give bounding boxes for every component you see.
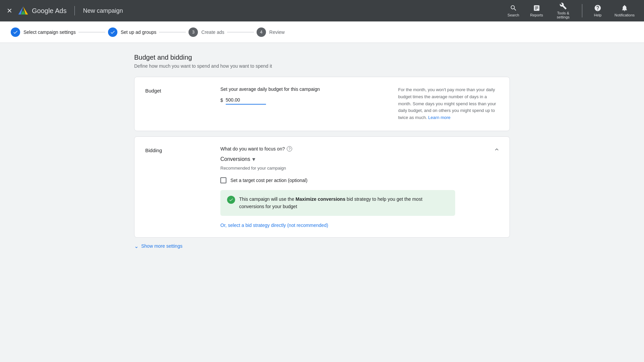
info-banner: This campaign will use the Maximize conv… bbox=[220, 190, 455, 216]
step-connector-3 bbox=[227, 32, 254, 33]
help-icon bbox=[594, 4, 601, 12]
tools-icon bbox=[559, 2, 567, 10]
tools-nav-label: Tools & settings bbox=[557, 11, 570, 19]
learn-more-link[interactable]: Learn more bbox=[428, 115, 450, 120]
header-brand: Google Ads bbox=[32, 7, 66, 15]
step-ad-groups: Set up ad groups bbox=[108, 27, 157, 37]
notifications-nav-label: Notifications bbox=[614, 13, 635, 17]
header-nav-tools[interactable]: Tools & settings bbox=[550, 0, 577, 22]
step-connector-2 bbox=[159, 32, 186, 33]
collapse-button[interactable] bbox=[492, 145, 501, 155]
header-nav-help[interactable]: Help bbox=[588, 2, 608, 20]
step-3-icon: 3 bbox=[189, 27, 198, 37]
bidding-label: Bidding bbox=[145, 147, 162, 153]
header-left: ✕ Google Ads New campaign bbox=[5, 5, 503, 16]
header-divider bbox=[74, 6, 75, 15]
help-circle-icon[interactable]: ? bbox=[287, 146, 292, 152]
dropdown-arrow-icon: ▾ bbox=[252, 156, 255, 163]
header-campaign-title: New campaign bbox=[83, 7, 123, 14]
checkbox-label: Set a target cost per action (optional) bbox=[230, 178, 308, 183]
focus-question-text: What do you want to focus on? bbox=[220, 146, 285, 152]
step-4-icon: 4 bbox=[257, 27, 266, 37]
close-button[interactable]: ✕ bbox=[5, 6, 14, 15]
chevron-down-icon: ⌄ bbox=[134, 243, 139, 249]
main-content: Budget and bidding Define how much you w… bbox=[121, 43, 523, 260]
step-2-icon bbox=[108, 27, 117, 37]
bidding-card-header: Bidding What do you want to focus on? ? … bbox=[145, 146, 499, 228]
show-more-label: Show more settings bbox=[141, 243, 182, 249]
budget-label: Budget bbox=[145, 88, 161, 94]
bell-icon bbox=[621, 4, 628, 12]
step-create-ads: 3 Create ads bbox=[189, 27, 224, 37]
bidding-label-col: Bidding bbox=[145, 146, 212, 228]
checkmark-icon-2 bbox=[110, 29, 115, 35]
step-campaign-settings: Select campaign settings bbox=[11, 27, 76, 37]
chevron-up-icon bbox=[493, 146, 500, 153]
step-connector-1 bbox=[78, 32, 105, 33]
focus-question: What do you want to focus on? ? bbox=[220, 146, 499, 152]
show-more-settings[interactable]: ⌄ Show more settings bbox=[134, 243, 510, 249]
stepper-bar: Select campaign settings Set up ad group… bbox=[0, 21, 644, 43]
budget-input[interactable] bbox=[226, 96, 266, 105]
header-nav-search[interactable]: Search bbox=[503, 2, 524, 20]
step-1-icon bbox=[11, 27, 20, 37]
logo-container: Google Ads bbox=[18, 5, 66, 16]
google-ads-logo-icon bbox=[18, 5, 29, 16]
step-3-label: Create ads bbox=[201, 29, 224, 35]
budget-input-wrapper: $ bbox=[220, 96, 390, 105]
stepper: Select campaign settings Set up ad group… bbox=[11, 27, 285, 37]
step-review: 4 Review bbox=[257, 27, 285, 37]
budget-card-row: Budget Set your average daily budget for… bbox=[145, 86, 499, 121]
budget-info-col: For the month, you won't pay more than y… bbox=[398, 86, 499, 121]
section-subtitle: Define how much you want to spend and ho… bbox=[134, 63, 510, 69]
budget-label-col: Budget bbox=[145, 86, 212, 121]
checkbox-row: Set a target cost per action (optional) bbox=[220, 177, 499, 183]
step-2-label: Set up ad groups bbox=[121, 29, 157, 35]
budget-question: Set your average daily budget for this c… bbox=[220, 86, 390, 92]
select-strategy-link[interactable]: Or, select a bid strategy directly (not … bbox=[220, 223, 328, 228]
info-banner-text: This campaign will use the Maximize conv… bbox=[239, 195, 448, 210]
currency-symbol: $ bbox=[220, 98, 223, 103]
bidding-content-col: What do you want to focus on? ? Conversi… bbox=[220, 146, 499, 228]
header-separator bbox=[582, 4, 582, 17]
section-title: Budget and bidding bbox=[134, 54, 510, 61]
bidding-inner-row: Bidding What do you want to focus on? ? … bbox=[145, 146, 499, 228]
reports-nav-label: Reports bbox=[530, 13, 543, 17]
header-right: Search Reports Tools & settings Help bbox=[503, 0, 639, 22]
search-icon bbox=[510, 4, 517, 12]
info-banner-bold: Maximize conversions bbox=[296, 196, 345, 202]
header-nav-notifications[interactable]: Notifications bbox=[610, 2, 639, 20]
info-banner-before: This campaign will use the bbox=[239, 196, 296, 202]
checkmark-icon bbox=[13, 29, 18, 35]
check-icon bbox=[229, 197, 233, 202]
search-nav-label: Search bbox=[507, 13, 519, 17]
help-nav-label: Help bbox=[594, 13, 602, 17]
conversions-text: Conversions bbox=[220, 156, 250, 162]
budget-card: Budget Set your average daily budget for… bbox=[134, 77, 510, 131]
recommended-text: Recommended for your campaign bbox=[220, 166, 499, 171]
target-cpa-checkbox[interactable] bbox=[220, 177, 226, 183]
conversions-dropdown[interactable]: Conversions ▾ bbox=[220, 156, 499, 163]
green-check-icon bbox=[227, 196, 235, 204]
header-nav-reports[interactable]: Reports bbox=[526, 2, 547, 20]
app-header: ✕ Google Ads New campaign Search bbox=[0, 0, 644, 21]
step-1-label: Select campaign settings bbox=[23, 29, 76, 35]
budget-content-col: Set your average daily budget for this c… bbox=[220, 86, 390, 121]
bidding-card: Bidding What do you want to focus on? ? … bbox=[134, 136, 510, 238]
step-4-label: Review bbox=[269, 29, 285, 35]
reports-icon bbox=[533, 4, 540, 12]
